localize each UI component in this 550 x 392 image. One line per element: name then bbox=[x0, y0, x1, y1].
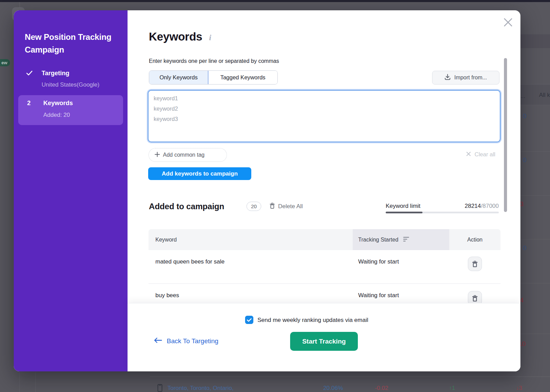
weekly-updates-checkbox[interactable] bbox=[245, 316, 253, 324]
step-keywords-added: Added: 20 bbox=[43, 111, 70, 119]
delete-keyword-button[interactable] bbox=[468, 257, 482, 271]
new-position-tracking-campaign-modal: New Position Tracking Campaign Targeting… bbox=[14, 10, 520, 371]
table-header: Keyword Tracking Started Action bbox=[148, 229, 500, 250]
modal-main-panel: Keywords i Enter keywords one per line o… bbox=[128, 10, 520, 371]
bg-improved: ↑1 bbox=[449, 385, 455, 392]
step-targeting[interactable]: Targeting bbox=[42, 69, 69, 77]
cell-status: Waiting for start bbox=[353, 250, 449, 283]
bg-location-link: Toronto, Toronto, Ontario, bbox=[167, 385, 233, 392]
keywords-mode-tabs: Only Keywords Tagged Keywords bbox=[149, 70, 278, 85]
bg-metric: 0 bbox=[523, 244, 527, 252]
bg-declined: ↓3 bbox=[516, 385, 522, 392]
bg-table-header: ... All k bbox=[516, 84, 550, 105]
plus-icon bbox=[155, 152, 160, 158]
close-button[interactable] bbox=[502, 16, 514, 29]
added-to-campaign-title: Added to campaign bbox=[149, 201, 224, 212]
trash-icon bbox=[270, 203, 275, 211]
clear-all-button[interactable]: Clear all bbox=[466, 150, 495, 158]
keywords-hint: Enter keywords one per line or separated… bbox=[149, 57, 279, 65]
bg-metric: 0 bbox=[523, 156, 527, 164]
download-icon bbox=[444, 74, 451, 81]
added-count-badge: 20 bbox=[246, 202, 261, 211]
weekly-updates-label[interactable]: Send me weekly ranking updates via email bbox=[257, 316, 368, 324]
step-keywords: Keywords bbox=[43, 99, 73, 107]
top-navigation-bar bbox=[0, 0, 550, 2]
step-targeting-value: United States(Google) bbox=[42, 81, 99, 89]
bg-diff: -0.02 bbox=[372, 385, 392, 392]
delete-all-button[interactable]: Delete All bbox=[270, 203, 303, 210]
add-common-tag-button[interactable]: Add common tag bbox=[148, 148, 227, 162]
bg-divider bbox=[20, 2, 20, 8]
keywords-input[interactable] bbox=[148, 90, 500, 142]
bg-table-row: Toronto, Toronto, Ontario, 20.06% -0.02 … bbox=[0, 382, 550, 392]
add-keywords-to-campaign-button[interactable]: Add keywords to campaign bbox=[148, 167, 251, 180]
keyword-limit-progressbar bbox=[386, 212, 499, 213]
tab-tagged-keywords[interactable]: Tagged Keywords bbox=[208, 71, 277, 84]
info-icon[interactable]: i bbox=[209, 33, 211, 42]
keyword-limit-value: 28214/87000 bbox=[465, 203, 499, 210]
column-tracking-started[interactable]: Tracking Started bbox=[353, 229, 449, 250]
new-badge: ew bbox=[0, 59, 10, 66]
column-action: Action bbox=[449, 229, 500, 250]
modal-scrollbar-thumb[interactable] bbox=[504, 58, 507, 212]
bg-col-truncated: ... bbox=[520, 93, 525, 100]
mobile-phone-icon bbox=[157, 384, 163, 392]
cell-keyword: mated queen bees for sale bbox=[148, 250, 353, 283]
bg-metric: 0 bbox=[523, 112, 527, 120]
start-tracking-button[interactable]: Start Tracking bbox=[290, 332, 358, 351]
bg-table-right-edge: ... All k 0 0 ↓3 0 ↓4 10 bbox=[516, 2, 550, 392]
clear-x-icon bbox=[466, 151, 471, 158]
bg-band bbox=[516, 34, 550, 48]
wizard-sidebar: New Position Tracking Campaign Targeting… bbox=[14, 10, 128, 371]
tab-only-keywords[interactable]: Only Keywords bbox=[149, 71, 208, 84]
bg-visibility: 20.06% bbox=[320, 385, 346, 392]
modal-footer: Send me weekly ranking updates via email… bbox=[128, 303, 520, 371]
sort-icon bbox=[403, 236, 409, 243]
column-keyword[interactable]: Keyword bbox=[148, 229, 353, 250]
arrow-left-icon bbox=[154, 337, 162, 345]
back-to-targeting-link[interactable]: Back To Targeting bbox=[154, 337, 218, 345]
wizard-title: New Position Tracking Campaign bbox=[25, 31, 120, 56]
keyword-limit-label: Keyword limit bbox=[386, 203, 420, 210]
import-from-button[interactable]: Import from... bbox=[432, 71, 499, 85]
step-number: 2 bbox=[26, 99, 31, 107]
page-title: Keywords bbox=[149, 30, 202, 44]
bg-col-all-keywords: All k bbox=[539, 92, 550, 99]
table-row: mated queen bees for sale Waiting for st… bbox=[148, 250, 500, 284]
check-icon bbox=[26, 70, 33, 77]
